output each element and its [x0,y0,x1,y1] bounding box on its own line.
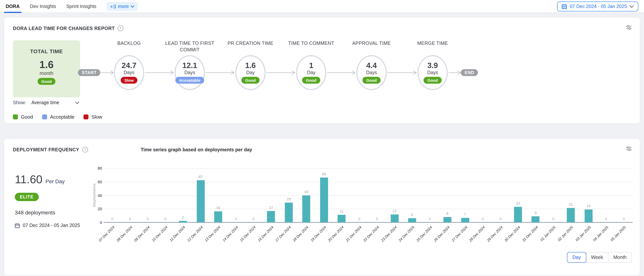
chevron-down-icon [131,5,134,8]
sliders-icon [626,146,632,151]
bar-value-label: 40 [304,190,308,194]
x-axis-tick: 03 Jan 2025 [574,225,592,242]
stage-unit: Day [246,70,255,76]
flow-arrow [266,70,295,75]
info-icon[interactable]: i [82,147,88,153]
legend-swatch [84,114,88,119]
tier-badge: ELITE [15,193,38,201]
stage-status-badge: Good [302,77,320,84]
deployment-bar[interactable] [214,212,222,222]
x-axis-tick: 07 Dec 2024 [98,225,115,242]
legend-label: Acceptable [50,114,74,120]
legend-item: Acceptable [42,114,74,120]
granularity-day-button[interactable]: Day [567,252,586,263]
y-axis-tick: 60 [88,179,102,184]
deployment-bar[interactable] [390,214,398,222]
bar-value-label: 62 [199,175,203,179]
y-axis-tick: 20 [88,207,102,211]
deployment-bar[interactable] [514,207,522,222]
deployment-bar[interactable] [584,209,592,222]
bar-value-label: 0 [252,217,255,221]
bar-column: 2102 Jan 2025 [562,168,580,222]
bar-value-label: 66 [322,172,326,176]
total-status-badge: Good [38,78,56,85]
x-axis-tick: 13 Dec 2024 [204,225,221,242]
deployment-bar[interactable] [532,216,540,222]
date-range-value: 07 Dec 2024 - 05 Jan 2025 [570,4,627,9]
bar-value-label: 19 [586,204,590,208]
deployment-bar[interactable] [408,218,416,222]
stage-label: APPROVAL TIME [341,40,402,53]
bar-value-label: 0 [605,217,607,221]
info-icon[interactable]: i [118,26,124,31]
stage-value-circle: 1.6DayGood [235,55,266,90]
tab-dora[interactable]: DORA [6,0,20,13]
stage-status-badge: Slow [120,77,138,84]
bar-column: 001 Jan 2025 [544,168,562,222]
flow-end-pill: END [461,69,478,76]
bar-value-label: 12 [392,209,396,213]
stage-status-badge: Good [362,77,381,84]
flow-stage: TIME TO COMMENT1DayGood [281,40,342,53]
x-axis-tick: 14 Dec 2024 [222,225,239,242]
show-label: Show: [13,100,26,105]
bar-column: 008 Dec 2024 [121,168,139,222]
x-axis-tick: 31 Dec 2024 [521,225,539,242]
deployment-bar[interactable] [461,218,469,222]
total-time-unit: month [40,70,53,76]
stage-value: 24.7 [122,62,136,70]
deployment-bar[interactable] [179,221,187,222]
stage-value: 1.6 [245,62,256,70]
deployment-bar[interactable] [285,203,293,222]
bar-column: 009 Dec 2024 [139,168,156,222]
deployments-bar-chart: 007 Dec 2024008 Dec 2024009 Dec 2024010 … [104,168,632,222]
x-axis-tick: 18 Dec 2024 [292,225,310,242]
bar-value-label: 23 [516,201,520,205]
bar-column: 010 Dec 2024 [156,168,174,222]
flow-arrow [206,70,234,75]
chart-settings-button[interactable] [625,145,633,153]
x-axis-tick: 23 Dec 2024 [380,225,398,242]
deployment-frequency-title: DEPLOYMENT FREQUENCY [13,147,79,152]
granularity-month-button[interactable]: Month [608,252,632,263]
x-axis-tick: 10 Dec 2024 [151,225,168,242]
deployment-bar[interactable] [196,180,204,222]
flow-stage: LEAD TIME TO FIRST COMMIT12.1DaysAccepta… [160,40,220,53]
stage-label: LEAD TIME TO FIRST COMMIT [160,40,220,53]
deployment-bar[interactable] [567,208,575,222]
flow-stage: APPROVAL TIME4.4DaysGood [341,40,402,53]
bar-column: 1716 Dec 2024 [262,168,280,222]
deployment-bar[interactable] [267,211,275,222]
x-axis-tick: 30 Dec 2024 [504,225,521,242]
deployment-bar[interactable] [338,215,346,222]
bar-column: 931 Dec 2024 [527,168,544,222]
bar-value-label: 29 [287,197,291,201]
bar-column: 6212 Dec 2024 [192,168,210,222]
deployment-bar[interactable] [444,217,452,222]
bar-column: 211 Dec 2024 [174,168,192,222]
deployment-bar[interactable] [320,178,328,222]
stage-status-badge: Good [424,77,442,84]
date-range-picker[interactable]: 07 Dec 2024 - 05 Jan 2025 [557,2,638,12]
chart-settings-button[interactable] [625,24,633,32]
calendar-icon [15,223,20,228]
y-axis-tick: 80 [88,166,102,170]
x-axis-tick: 08 Dec 2024 [116,225,133,242]
x-axis-tick: 27 Dec 2024 [451,225,468,242]
deployment-bar[interactable] [302,195,310,222]
bar-value-label: 0 [429,217,431,221]
tab-sprint-insights[interactable]: Sprint Insights [66,0,96,13]
stage-label: MERGE TIME [402,40,463,53]
deployment-date-range: 07 Dec 2024 - 05 Jan 2025 [15,223,80,228]
flow-stage: MERGE TIME3.9DaysGood [402,40,463,53]
bar-column: 2917 Dec 2024 [280,168,298,222]
show-metric-dropdown[interactable]: Show: Average time [13,100,79,105]
x-axis-tick: 01 Jan 2025 [539,225,556,242]
tab-dev-insights[interactable]: Dev Insights [30,0,56,13]
flow-arrow [98,70,114,75]
bar-value-label: 0 [235,217,237,221]
more-tabs-dropdown[interactable]: +3 more [107,2,138,11]
granularity-week-button[interactable]: Week [586,252,608,263]
stage-status-badge: Acceptable [175,77,204,84]
bar-column: 4018 Dec 2024 [298,168,315,222]
